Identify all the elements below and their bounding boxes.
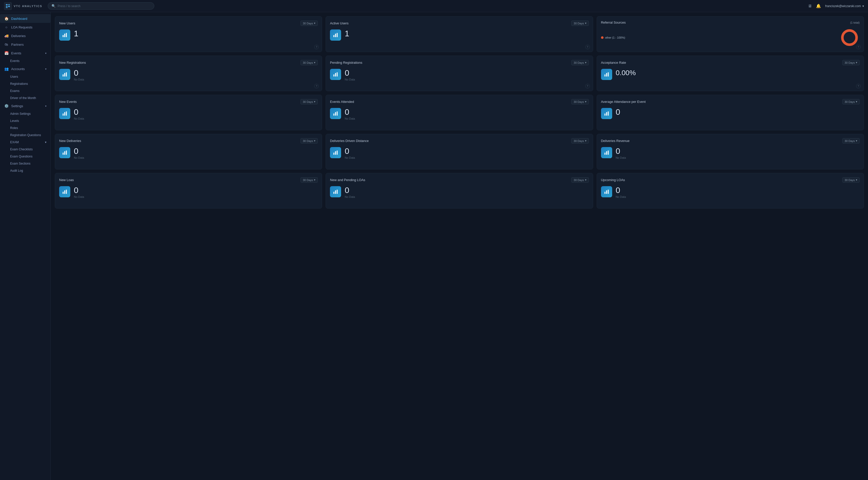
period-dropdown[interactable]: 30 Days ▾ [301, 99, 318, 104]
help-button[interactable]: ? [856, 84, 861, 88]
search-placeholder: Press / to search [58, 4, 81, 8]
user-menu[interactable]: franciszek@wiczarski.com ▾ [825, 4, 864, 8]
partners-icon: 🛍 [4, 42, 9, 47]
sidebar-item-levels[interactable]: Levels [0, 117, 51, 124]
home-icon: 🏠 [4, 17, 9, 21]
sidebar-item-events[interactable]: 📅 Events ▾ [0, 49, 51, 57]
chevron-down-icon: ▾ [585, 100, 587, 103]
user-email: franciszek@wiczarski.com [825, 4, 861, 8]
period-dropdown[interactable]: 30 Days ▾ [571, 60, 589, 65]
card-title: Deliveries Driven Distance [330, 139, 369, 143]
search-bar[interactable]: 🔍 Press / to search [48, 2, 154, 10]
card-active-users: Active Users 30 Days ▾ 1 ? [326, 16, 593, 52]
period-dropdown[interactable]: 30 Days ▾ [571, 99, 589, 104]
period-dropdown[interactable]: 30 Days ▾ [301, 177, 318, 183]
help-button[interactable]: ? [585, 45, 590, 49]
sidebar-item-audit-log[interactable]: Audit Log [0, 167, 51, 174]
card-header: New Events 30 Days ▾ [59, 99, 318, 104]
stat-value: 1 [74, 29, 79, 38]
sidebar-item-registration-questions[interactable]: Registration Questions [0, 131, 51, 139]
svg-rect-17 [604, 74, 605, 77]
sidebar-item-registrations[interactable]: Registrations [0, 80, 51, 87]
sidebar-item-driver-of-the-month[interactable]: Driver of the Month [0, 94, 51, 101]
svg-rect-24 [335, 112, 336, 116]
chevron-down-icon: ▾ [585, 61, 587, 64]
help-button[interactable]: ? [314, 45, 319, 49]
period-dropdown[interactable]: 30 Days ▾ [842, 60, 860, 65]
sidebar-item-roles[interactable]: Roles [0, 124, 51, 131]
sidebar-item-events-sub[interactable]: Events [0, 57, 51, 64]
legend-dot [601, 36, 603, 39]
stat-value-area: 0.00% [616, 69, 636, 77]
monitor-icon[interactable]: 🖥 [808, 4, 812, 8]
sidebar-item-exams[interactable]: Exams [0, 87, 51, 94]
card-header: New Loas 30 Days ▾ [59, 177, 318, 183]
stat-value: 0 [345, 186, 355, 194]
card-body: 0 No Data [330, 69, 589, 81]
sidebar-item-loa-requests[interactable]: ○ LOA Requests [0, 23, 51, 31]
card-title: Upcoming LOAs [601, 178, 625, 182]
period-dropdown[interactable]: 30 Days ▾ [571, 177, 589, 183]
sidebar-item-exam[interactable]: EXAM ▾ [0, 139, 51, 146]
card-pending-registrations: Pending Registrations 30 Days ▾ 0 No Dat… [326, 56, 593, 91]
sidebar-item-admin-settings[interactable]: Admin Settings [0, 110, 51, 117]
svg-rect-16 [337, 72, 338, 77]
period-dropdown[interactable]: 30 Days ▾ [301, 60, 318, 65]
svg-rect-5 [64, 34, 65, 37]
stat-icon [601, 69, 612, 80]
stat-value-area: 0 No Data [74, 69, 84, 81]
sidebar-item-exam-sections[interactable]: Exam Sections [0, 160, 51, 167]
chevron-down-icon: ▾ [45, 104, 46, 108]
bell-icon[interactable]: 🔔 [816, 4, 821, 8]
sidebar-item-label: Settings [11, 104, 23, 108]
stat-icon [59, 29, 70, 41]
help-button[interactable]: ? [585, 84, 590, 88]
card-header: New and Pending LOAs 30 Days ▾ [330, 177, 589, 183]
svg-rect-37 [608, 151, 609, 155]
period-label: 30 Days [303, 140, 313, 143]
period-label: 30 Days [845, 100, 855, 103]
no-data-label: No Data [616, 195, 626, 198]
sidebar-item-partners[interactable]: 🛍 Partners [0, 40, 51, 49]
svg-rect-14 [334, 74, 335, 77]
logo-icon [4, 2, 12, 10]
help-button[interactable]: ? [314, 84, 319, 88]
period-dropdown[interactable]: 30 Days ▾ [301, 21, 318, 26]
period-dropdown[interactable]: 30 Days ▾ [842, 177, 860, 183]
sidebar-item-dashboard[interactable]: 🏠 Dashboard [0, 14, 51, 23]
bar-chart-icon [333, 189, 338, 194]
donut-chart [839, 27, 860, 48]
sidebar-item-accounts[interactable]: 👥 Accounts ▾ [0, 64, 51, 73]
svg-rect-7 [334, 35, 335, 37]
card-body: 1 [59, 29, 318, 41]
sidebar-item-exam-questions[interactable]: Exam Questions [0, 153, 51, 160]
svg-rect-13 [66, 72, 67, 77]
loa-icon: ○ [4, 25, 9, 29]
chevron-down-icon: ▾ [45, 141, 46, 144]
stat-value: 0 [74, 186, 84, 194]
period-dropdown[interactable]: 30 Days ▾ [301, 138, 318, 144]
stat-icon [59, 147, 70, 158]
card-new-loas: New Loas 30 Days ▾ 0 No Data [55, 173, 322, 209]
stat-value: 0.00% [616, 69, 636, 77]
period-dropdown[interactable]: 30 Days ▾ [571, 21, 589, 26]
period-dropdown[interactable]: 30 Days ▾ [842, 138, 860, 144]
card-header: Upcoming LOAs 30 Days ▾ [601, 177, 860, 183]
stat-value-area: 0 No Data [74, 147, 84, 159]
card-header: Acceptance Rate 30 Days ▾ [601, 60, 860, 65]
period-label: 30 Days [845, 61, 855, 64]
stat-value-area: 0 No Data [345, 108, 355, 120]
sidebar-item-settings[interactable]: ⚙️ Settings ▾ [0, 101, 51, 110]
sidebar-item-users[interactable]: Users [0, 73, 51, 80]
period-dropdown[interactable]: 30 Days ▾ [842, 99, 860, 104]
card-deliveries-driven-distance: Deliveries Driven Distance 30 Days ▾ 0 N… [326, 134, 593, 170]
card-title: Pending Registrations [330, 61, 362, 64]
card-body: 0 [601, 108, 860, 119]
sidebar-item-deliveries[interactable]: 🚚 Deliveries [0, 31, 51, 40]
stat-value: 0 [74, 147, 84, 155]
sidebar-item-exam-checklists[interactable]: Exam Checklists [0, 146, 51, 153]
help-button[interactable]: ? [856, 45, 861, 49]
card-body: 0 No Data [59, 69, 318, 81]
period-dropdown[interactable]: 30 Days ▾ [571, 138, 589, 144]
card-new-users: New Users 30 Days ▾ 1 ? [55, 16, 322, 52]
